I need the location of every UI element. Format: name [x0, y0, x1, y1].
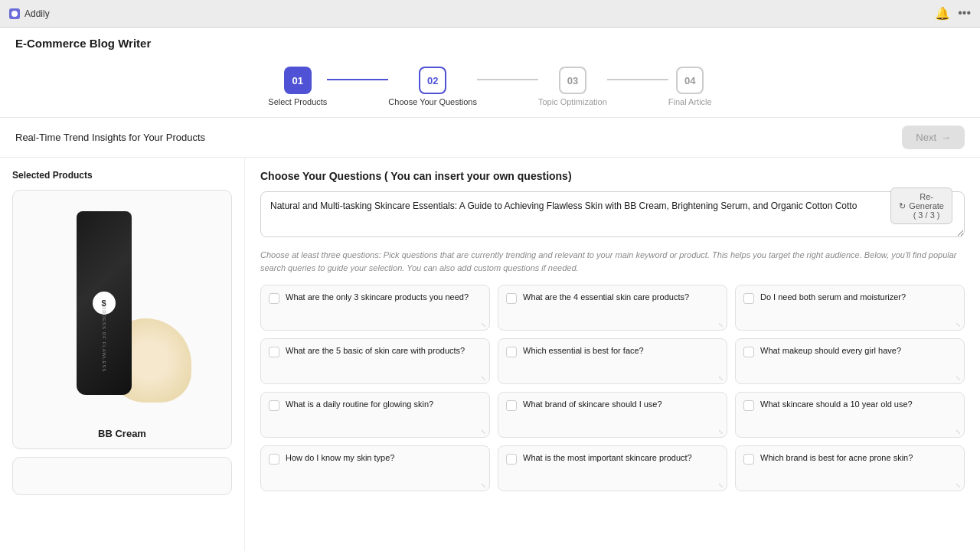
- question-text-input[interactable]: [760, 292, 956, 324]
- questions-grid: ⤡⤡⤡⤡⤡⤡⤡⤡⤡⤡⤡⤡: [260, 285, 965, 491]
- question-text-input[interactable]: [523, 292, 719, 324]
- resize-handle-icon: ⤡: [956, 321, 962, 328]
- question-card: ⤡: [735, 392, 965, 438]
- ellipsis-icon[interactable]: •••: [958, 6, 971, 21]
- resize-handle-icon: ⤡: [718, 321, 724, 328]
- question-checkbox[interactable]: [269, 293, 279, 304]
- product-name: BB Cream: [98, 428, 146, 439]
- step-label-1: Select Products: [268, 97, 327, 106]
- resize-handle-icon: ⤡: [956, 375, 962, 381]
- question-text-input[interactable]: [286, 345, 482, 377]
- title-bar-left: Addily: [9, 8, 50, 19]
- resize-handle-icon: ⤡: [956, 429, 962, 435]
- question-card: ⤡: [498, 445, 727, 491]
- resize-handle-icon: ⤡: [481, 429, 487, 435]
- step-circle-3: 03: [559, 67, 586, 94]
- product-image-area: S GODDESS OF FLAWLESS: [23, 200, 222, 422]
- product-tube: S GODDESS OF FLAWLESS: [77, 211, 132, 395]
- bell-icon[interactable]: 🔔: [935, 6, 950, 21]
- question-card: ⤡: [260, 338, 490, 384]
- question-checkbox[interactable]: [743, 400, 754, 411]
- question-text-input[interactable]: [523, 345, 719, 377]
- instruction-text: Choose at least three questions: Pick qu…: [260, 249, 965, 274]
- question-card: ⤡: [260, 445, 490, 491]
- resize-handle-icon: ⤡: [718, 482, 724, 488]
- question-card: ⤡: [498, 392, 727, 438]
- question-checkbox[interactable]: [506, 293, 517, 304]
- title-bar: Addily 🔔 •••: [0, 0, 980, 28]
- svg-point-0: [11, 11, 18, 17]
- question-checkbox[interactable]: [743, 293, 754, 304]
- product-card: S GODDESS OF FLAWLESS BB Cream: [12, 190, 232, 449]
- product-card-2: [12, 457, 232, 495]
- next-button-label: Next: [916, 132, 936, 143]
- step-circle-1: 01: [284, 67, 312, 94]
- article-title-area: ↻ Re-Generate ( 3 / 3 ): [260, 191, 965, 240]
- page-header: E-Commerce Blog Writer 01 Select Product…: [0, 28, 980, 117]
- question-card: ⤡: [260, 285, 490, 331]
- resize-handle-icon: ⤡: [481, 375, 487, 381]
- question-checkbox[interactable]: [269, 400, 279, 411]
- article-title-input[interactable]: [260, 191, 965, 237]
- left-panel: Selected Products S GODDESS OF FLAWLESS …: [0, 158, 245, 551]
- question-card: ⤡: [498, 338, 727, 384]
- main-content: Selected Products S GODDESS OF FLAWLESS …: [0, 158, 980, 551]
- step-circle-2: 02: [419, 67, 446, 94]
- resize-handle-icon: ⤡: [481, 321, 487, 328]
- question-card: ⤡: [735, 285, 965, 331]
- questions-header: Choose Your Questions ( You can insert y…: [260, 170, 965, 182]
- resize-handle-icon: ⤡: [956, 482, 962, 488]
- app-name: Addily: [24, 8, 50, 19]
- title-bar-actions: 🔔 •••: [935, 6, 971, 21]
- question-card: ⤡: [735, 445, 965, 491]
- right-panel: Choose Your Questions ( You can insert y…: [245, 158, 980, 551]
- connector-1-2: [327, 79, 388, 80]
- regen-button[interactable]: ↻ Re-Generate ( 3 / 3 ): [890, 187, 952, 224]
- resize-handle-icon: ⤡: [718, 375, 724, 381]
- stepper: 01 Select Products 02 Choose Your Questi…: [15, 59, 965, 117]
- step-3: 03 Topic Optimization: [538, 67, 607, 106]
- question-text-input[interactable]: [523, 452, 719, 484]
- question-checkbox[interactable]: [269, 454, 279, 465]
- question-checkbox[interactable]: [506, 400, 517, 411]
- step-1: 01 Select Products: [268, 67, 327, 106]
- connector-3-4: [607, 79, 668, 80]
- product-visual: S GODDESS OF FLAWLESS: [54, 204, 191, 418]
- step-circle-4: 04: [676, 67, 704, 94]
- connector-2-3: [477, 79, 538, 80]
- question-card: ⤡: [260, 392, 490, 438]
- question-card: ⤡: [735, 338, 965, 384]
- app-icon: [9, 8, 20, 19]
- regen-icon: ↻: [899, 201, 906, 211]
- question-text-input[interactable]: [760, 452, 956, 484]
- resize-handle-icon: ⤡: [481, 482, 487, 488]
- action-bar: Real-Time Trend Insights for Your Produc…: [0, 117, 980, 158]
- question-checkbox[interactable]: [506, 347, 517, 357]
- question-text-input[interactable]: [286, 452, 482, 484]
- question-checkbox[interactable]: [743, 347, 754, 357]
- resize-handle-icon: ⤡: [718, 429, 724, 435]
- question-checkbox[interactable]: [743, 454, 754, 465]
- question-card: ⤡: [498, 285, 727, 331]
- question-checkbox[interactable]: [506, 454, 517, 465]
- step-4: 04 Final Article: [668, 67, 712, 106]
- step-2: 02 Choose Your Questions: [388, 67, 477, 106]
- step-label-4: Final Article: [668, 97, 712, 106]
- step-label-2: Choose Your Questions: [388, 97, 477, 106]
- question-checkbox[interactable]: [269, 347, 279, 357]
- question-text-input[interactable]: [523, 399, 719, 431]
- next-button[interactable]: Next →: [902, 126, 965, 149]
- question-text-input[interactable]: [286, 292, 482, 324]
- question-text-input[interactable]: [286, 399, 482, 431]
- question-text-input[interactable]: [760, 399, 956, 431]
- selected-products-label: Selected Products: [12, 170, 232, 181]
- page-title: E-Commerce Blog Writer: [15, 37, 965, 50]
- action-bar-label: Real-Time Trend Insights for Your Produc…: [15, 132, 205, 143]
- next-arrow-icon: →: [941, 132, 951, 143]
- app-shell: E-Commerce Blog Writer 01 Select Product…: [0, 28, 980, 551]
- question-text-input[interactable]: [760, 345, 956, 377]
- step-label-3: Topic Optimization: [538, 97, 607, 106]
- regen-label: Re-Generate ( 3 / 3 ): [909, 192, 944, 220]
